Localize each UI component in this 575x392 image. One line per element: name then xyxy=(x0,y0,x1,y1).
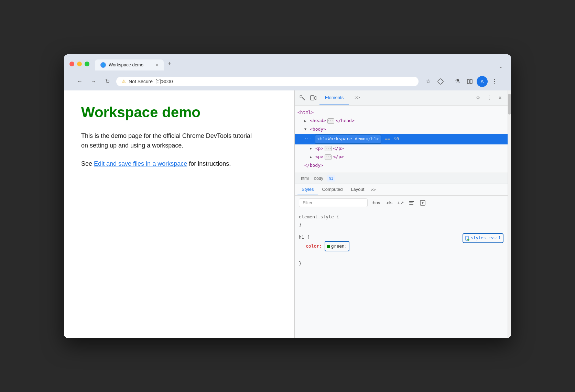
new-tab-button[interactable]: + xyxy=(164,58,176,70)
breadcrumb-h1[interactable]: h1 xyxy=(327,175,335,182)
not-secure-icon: ⚠ xyxy=(122,79,126,84)
page-title: Workspace demo xyxy=(81,104,277,121)
devtools-more-icon[interactable]: ⋮ xyxy=(484,93,494,102)
computed-icon-button[interactable] xyxy=(419,199,427,207)
filter-bar: :hov .cls +↗ xyxy=(295,196,508,210)
dots-p2[interactable]: ··· xyxy=(325,154,332,160)
css-prop-name: color: xyxy=(306,243,322,249)
css-prop-value: green; xyxy=(331,243,347,249)
equals-sign: == xyxy=(385,135,390,143)
traffic-lights xyxy=(69,62,89,66)
tab-layout[interactable]: Layout xyxy=(347,184,368,195)
tree-arrow-body[interactable]: ▼ xyxy=(304,127,308,132)
devtools-panel: Elements >> ⚙ ⋮ × <html> xyxy=(294,90,508,338)
page-body: This is the demo page for the official C… xyxy=(81,131,253,169)
minimize-button[interactable] xyxy=(77,62,82,66)
style-icon-button[interactable] xyxy=(408,199,416,207)
filter-actions: :hov .cls +↗ xyxy=(370,199,427,207)
css-selector-h1: h1 { xyxy=(299,235,310,240)
cls-button[interactable]: .cls xyxy=(384,199,394,206)
tab-styles[interactable]: Styles xyxy=(297,184,318,195)
breadcrumb-html[interactable]: html xyxy=(299,175,311,182)
filter-input[interactable] xyxy=(299,198,368,207)
reload-button[interactable]: ↻ xyxy=(102,77,112,86)
see-text-after: for instructions. xyxy=(187,160,231,167)
svg-point-10 xyxy=(467,239,469,241)
tree-row-p2[interactable]: ▶ <p> ··· </p> xyxy=(295,153,508,161)
labs-icon[interactable]: ⚗ xyxy=(452,76,463,87)
tree-row-body[interactable]: ▼ <body> xyxy=(295,125,508,134)
extension-icon[interactable] xyxy=(435,76,446,87)
css-brace-close-h1: } xyxy=(299,261,302,266)
tree-row-html[interactable]: <html> xyxy=(295,108,508,117)
tree-row-body-close[interactable]: </body> xyxy=(295,161,508,170)
dots-p1[interactable]: ··· xyxy=(325,146,332,151)
breadcrumb-body[interactable]: body xyxy=(312,175,325,182)
tree-row-head[interactable]: ▶ <head> ··· </head> xyxy=(295,117,508,125)
inspect-tool-icon[interactable] xyxy=(297,93,307,102)
title-bar-top: 🌐 Workspace demo × + ⌄ xyxy=(69,58,506,70)
add-rule-button[interactable]: +↗ xyxy=(397,199,405,207)
close-button[interactable] xyxy=(69,62,74,66)
svg-rect-7 xyxy=(409,204,413,205)
back-button[interactable]: ← xyxy=(75,77,85,86)
tree-row-p1[interactable]: ▶ <p> ··· </p> xyxy=(295,144,508,153)
html-tag-p1-close: </p> xyxy=(333,145,344,152)
devtools-header-actions: ⚙ ⋮ × xyxy=(473,93,505,102)
h1-highlight-box: <h1>Workspace demo</h1> xyxy=(315,134,381,144)
dots-h1-left[interactable]: ··· xyxy=(304,136,311,142)
hov-button[interactable]: :hov xyxy=(370,199,382,206)
maximize-button[interactable] xyxy=(85,62,89,66)
workspace-link[interactable]: Edit and save files in a workspace xyxy=(94,160,187,167)
h1-highlight: <h1>Workspace demo</h1> xyxy=(315,134,381,144)
browser-window: 🌐 Workspace demo × + ⌄ ← → ↻ ⚠ Not Secur… xyxy=(64,54,511,338)
tab-computed[interactable]: Computed xyxy=(318,184,347,195)
dollar-zero: $0 xyxy=(394,135,399,143)
css-rule-element-style: element.style { } xyxy=(299,213,503,229)
h1-close-tag: </h1> xyxy=(366,136,379,141)
css-selector-element: element.style { xyxy=(299,214,339,219)
tab-close-button[interactable]: × xyxy=(155,62,158,68)
tab-workspace-demo[interactable]: 🌐 Workspace demo × xyxy=(95,59,164,70)
toolbar-divider xyxy=(449,78,449,85)
file-link-text: styles.css:1 xyxy=(471,235,501,242)
h1-text: Workspace demo xyxy=(328,136,366,141)
tree-row-h1[interactable]: ··· <h1>Workspace demo</h1> == $0 xyxy=(295,134,508,144)
tab-elements[interactable]: Elements xyxy=(319,90,349,105)
tab-dropdown-button[interactable]: ⌄ xyxy=(496,62,506,70)
tree-arrow-head[interactable]: ▶ xyxy=(304,118,308,124)
profile-icon[interactable]: A xyxy=(477,76,488,87)
color-swatch[interactable] xyxy=(327,245,330,248)
devtools-tabs: Elements >> xyxy=(319,90,472,105)
breadcrumb-bar: html body h1 xyxy=(295,173,508,184)
html-tag-p2-close: </p> xyxy=(333,153,344,161)
tree-arrow-p2[interactable]: ▶ xyxy=(310,154,314,160)
tab-more[interactable]: >> xyxy=(349,90,365,105)
tree-arrow-p1[interactable]: ▶ xyxy=(310,146,314,151)
devtools-settings-icon[interactable]: ⚙ xyxy=(473,93,483,102)
svg-rect-4 xyxy=(315,97,316,99)
bookmark-icon[interactable]: ☆ xyxy=(423,76,434,87)
tab-styles-more[interactable]: >> xyxy=(368,184,378,195)
styles-file-link[interactable]: styles.css:1 xyxy=(463,233,503,243)
css-rules: element.style { } h1 { styles.css:1 colo… xyxy=(295,210,508,274)
address-input[interactable]: ⚠ Not Secure [::]:8000 xyxy=(116,77,419,86)
svg-rect-2 xyxy=(300,95,302,97)
not-secure-label: Not Secure xyxy=(129,79,153,84)
devtools-header: Elements >> ⚙ ⋮ × xyxy=(295,90,508,106)
title-bar: 🌐 Workspace demo × + ⌄ ← → ↻ ⚠ Not Secur… xyxy=(64,54,511,90)
menu-icon[interactable]: ⋮ xyxy=(489,76,500,87)
page-paragraph-1: This is the demo page for the official C… xyxy=(81,131,253,151)
styles-file-link-box[interactable]: styles.css:1 xyxy=(463,233,503,243)
dots-head[interactable]: ··· xyxy=(327,118,334,124)
forward-button[interactable]: → xyxy=(89,77,98,86)
split-icon[interactable] xyxy=(464,76,475,87)
url-display: [::]:8000 xyxy=(155,79,173,84)
scrollbar-thumb[interactable] xyxy=(508,94,511,115)
svg-rect-5 xyxy=(409,201,414,202)
devtools-scrollbar[interactable] xyxy=(508,90,511,338)
devtools-close-icon[interactable]: × xyxy=(495,93,505,102)
html-tag-open: <html> xyxy=(297,109,314,116)
css-rule-h1: h1 { styles.css:1 color: green; xyxy=(299,233,503,268)
device-tool-icon[interactable] xyxy=(308,93,318,102)
